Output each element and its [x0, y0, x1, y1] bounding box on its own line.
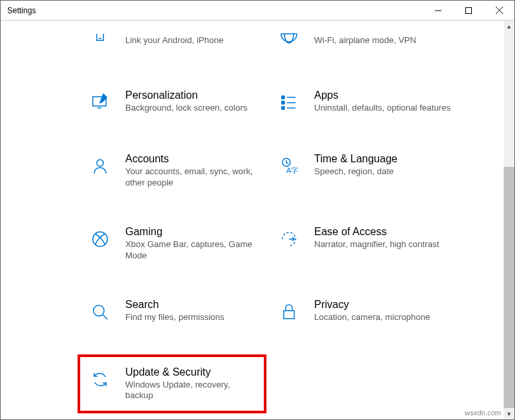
tile-title: Personalization — [125, 89, 247, 101]
tile-text: Wi-Fi, airplane mode, VPN — [302, 28, 423, 55]
tile-text: Link your Android, iPhone — [113, 28, 230, 55]
svg-rect-20 — [284, 311, 294, 319]
xbox-icon — [87, 226, 113, 252]
close-button[interactable] — [484, 1, 514, 21]
maximize-button[interactable] — [453, 1, 484, 21]
person-icon — [87, 153, 113, 180]
tile-text: Accounts Your accounts, email, sync, wor… — [113, 153, 270, 189]
personalization-icon — [87, 89, 113, 116]
settings-tile-accounts[interactable]: Accounts Your accounts, email, sync, wor… — [87, 148, 276, 194]
svg-line-19 — [103, 315, 107, 319]
settings-tile-update[interactable]: Update & Security Windows Update, recove… — [78, 354, 266, 414]
ease-of-access-icon — [276, 226, 302, 252]
tile-text: Search Find my files, permissions — [113, 299, 231, 325]
settings-tile-search[interactable]: Search Find my files, permissions — [87, 293, 276, 331]
tile-title: Search — [125, 299, 225, 311]
minimize-button[interactable] — [423, 1, 453, 21]
tile-text: Gaming Xbox Game Bar, captures, Game Mod… — [113, 226, 270, 262]
scroll-track[interactable] — [504, 32, 514, 408]
tile-title: Time & Language — [314, 153, 398, 165]
settings-grid: Link your Android, iPhone Wi-Fi, airplan… — [1, 21, 504, 413]
svg-rect-12 — [282, 107, 284, 109]
watermark: wsxdn.com — [465, 409, 501, 417]
svg-point-14 — [97, 160, 103, 166]
settings-tile-privacy[interactable]: Privacy Location, camera, microphone — [276, 293, 465, 331]
tile-desc: Link your Android, iPhone — [125, 35, 223, 46]
tile-title: Accounts — [125, 153, 264, 165]
svg-rect-1 — [466, 7, 472, 13]
tile-desc: Wi-Fi, airplane mode, VPN — [314, 35, 416, 46]
svg-text:A字: A字 — [286, 166, 298, 174]
content-area: Link your Android, iPhone Wi-Fi, airplan… — [1, 21, 504, 419]
settings-tile-apps[interactable]: Apps Uninstall, defaults, optional featu… — [276, 84, 465, 121]
svg-rect-8 — [282, 96, 284, 99]
time-language-icon: A字 — [276, 153, 302, 180]
tile-desc: Find my files, permissions — [125, 312, 225, 323]
tile-title: Gaming — [125, 226, 264, 238]
tile-desc: Narrator, magnifier, high contrast — [314, 239, 439, 250]
tile-text: Time & Language Speech, region, date — [302, 153, 404, 189]
svg-point-18 — [93, 305, 104, 316]
window-title: Settings — [1, 6, 423, 15]
settings-tile-phone[interactable]: Link your Android, iPhone — [87, 23, 276, 60]
tile-desc: Your accounts, email, sync, work, other … — [125, 166, 264, 189]
settings-tile-personalization[interactable]: Personalization Background, lock screen,… — [87, 84, 276, 121]
tile-desc: Windows Update, recovery, backup — [125, 380, 252, 402]
svg-rect-10 — [282, 101, 284, 104]
scroll-thumb[interactable] — [504, 167, 514, 408]
globe-icon — [276, 28, 302, 55]
tile-text: Ease of Access Narrator, magnifier, high… — [302, 226, 446, 262]
settings-tile-ease[interactable]: Ease of Access Narrator, magnifier, high… — [276, 221, 465, 267]
tile-title: Update & Security — [125, 366, 252, 378]
settings-tile-network[interactable]: Wi-Fi, airplane mode, VPN — [276, 23, 465, 60]
vertical-scrollbar[interactable]: ▲ ▼ — [504, 21, 514, 419]
scroll-up-arrow[interactable]: ▲ — [504, 21, 514, 32]
tile-desc: Speech, region, date — [314, 166, 398, 178]
titlebar: Settings — [1, 1, 514, 21]
tile-title: Apps — [314, 89, 451, 101]
tile-desc: Xbox Game Bar, captures, Game Mode — [125, 239, 264, 262]
settings-window: Settings Link your Android, iPhone — [0, 0, 515, 420]
sync-icon — [87, 366, 113, 393]
scroll-down-arrow[interactable]: ▼ — [504, 408, 514, 419]
tile-desc: Background, lock screen, colors — [125, 103, 247, 114]
lock-icon — [276, 299, 302, 325]
tile-text: Apps Uninstall, defaults, optional featu… — [302, 89, 457, 116]
tile-text: Personalization Background, lock screen,… — [113, 89, 254, 116]
tile-title: Ease of Access — [314, 226, 439, 238]
svg-point-17 — [93, 232, 107, 246]
tile-desc: Location, camera, microphone — [314, 312, 430, 323]
svg-rect-4 — [97, 34, 103, 40]
settings-tile-time[interactable]: A字 Time & Language Speech, region, date — [276, 148, 465, 194]
window-controls — [423, 1, 514, 21]
tile-text: Privacy Location, camera, microphone — [302, 299, 437, 325]
phone-icon — [87, 28, 113, 55]
settings-tile-gaming[interactable]: Gaming Xbox Game Bar, captures, Game Mod… — [87, 221, 276, 267]
tile-text: Update & Security Windows Update, recove… — [113, 366, 258, 402]
search-icon — [87, 299, 113, 325]
tile-desc: Uninstall, defaults, optional features — [314, 103, 451, 114]
apps-icon — [276, 89, 302, 116]
tile-title: Privacy — [314, 299, 430, 311]
